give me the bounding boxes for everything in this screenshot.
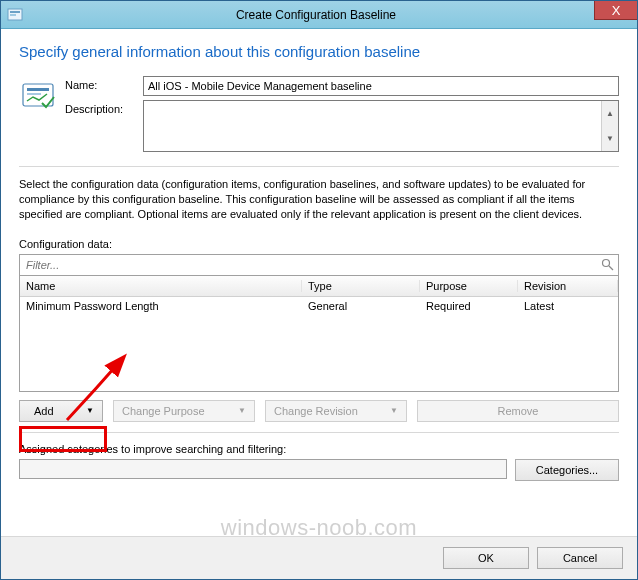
cell-name: Minimum Password Length (20, 300, 302, 312)
cell-revision: Latest (518, 300, 618, 312)
svg-rect-2 (10, 14, 16, 16)
col-type[interactable]: Type (302, 280, 420, 292)
close-button[interactable]: X (594, 0, 638, 20)
table-row[interactable]: Minimum Password Length General Required… (20, 297, 618, 315)
scroll-up-icon[interactable]: ▲ (602, 101, 618, 126)
description-label: Description: (65, 100, 143, 115)
page-heading: Specify general information about this c… (19, 43, 619, 60)
ok-label: OK (478, 552, 494, 564)
search-icon[interactable] (596, 258, 618, 271)
categories-btn-label: Categories... (536, 464, 598, 476)
cancel-button[interactable]: Cancel (537, 547, 623, 569)
grid-buttons: Add ▼ Change Purpose ▼ Change Revision ▼… (19, 400, 619, 422)
dialog-footer: OK Cancel (1, 536, 637, 579)
filter-input[interactable] (20, 255, 596, 275)
remove-label: Remove (498, 405, 539, 417)
svg-rect-5 (27, 93, 41, 95)
description-input[interactable] (144, 101, 601, 151)
change-purpose-button: Change Purpose ▼ (113, 400, 255, 422)
change-purpose-label: Change Purpose (122, 405, 205, 417)
description-wrap: ▲ ▼ (143, 100, 619, 152)
titlebar: Create Configuration Baseline X (1, 1, 637, 29)
help-text: Select the configuration data (configura… (19, 177, 619, 222)
divider (19, 166, 619, 167)
name-label: Name: (65, 76, 143, 91)
filter-box (19, 254, 619, 276)
config-data-grid: Name Type Purpose Revision Minimum Passw… (19, 276, 619, 392)
categories-label: Assigned categories to improve searching… (19, 443, 619, 455)
baseline-icon (19, 76, 59, 116)
window-title: Create Configuration Baseline (29, 8, 637, 22)
col-revision[interactable]: Revision (518, 280, 618, 292)
svg-rect-1 (10, 11, 20, 13)
app-icon (7, 7, 23, 23)
cell-purpose: Required (420, 300, 518, 312)
categories-button[interactable]: Categories... (515, 459, 619, 481)
chevron-down-icon: ▼ (238, 406, 246, 415)
categories-display (19, 459, 507, 479)
categories-row: Categories... (19, 459, 619, 481)
change-revision-button: Change Revision ▼ (265, 400, 407, 422)
description-scroll[interactable]: ▲ ▼ (601, 101, 618, 151)
svg-rect-4 (27, 88, 49, 91)
general-info: Name: Description: ▲ ▼ (19, 76, 619, 156)
remove-button: Remove (417, 400, 619, 422)
cancel-label: Cancel (563, 552, 597, 564)
col-name[interactable]: Name (20, 280, 302, 292)
name-input[interactable] (143, 76, 619, 96)
change-revision-label: Change Revision (274, 405, 358, 417)
add-label: Add (34, 405, 54, 417)
svg-line-7 (609, 266, 613, 270)
cell-type: General (302, 300, 420, 312)
svg-point-6 (602, 260, 609, 267)
scroll-down-icon[interactable]: ▼ (602, 126, 618, 151)
close-icon: X (612, 3, 621, 18)
chevron-down-icon: ▼ (390, 406, 398, 415)
config-data-label: Configuration data: (19, 238, 619, 250)
dialog-body: Specify general information about this c… (1, 29, 637, 491)
divider (19, 432, 619, 433)
add-button[interactable]: Add ▼ (19, 400, 103, 422)
ok-button[interactable]: OK (443, 547, 529, 569)
chevron-down-icon: ▼ (86, 406, 94, 415)
col-purpose[interactable]: Purpose (420, 280, 518, 292)
grid-header: Name Type Purpose Revision (20, 276, 618, 297)
